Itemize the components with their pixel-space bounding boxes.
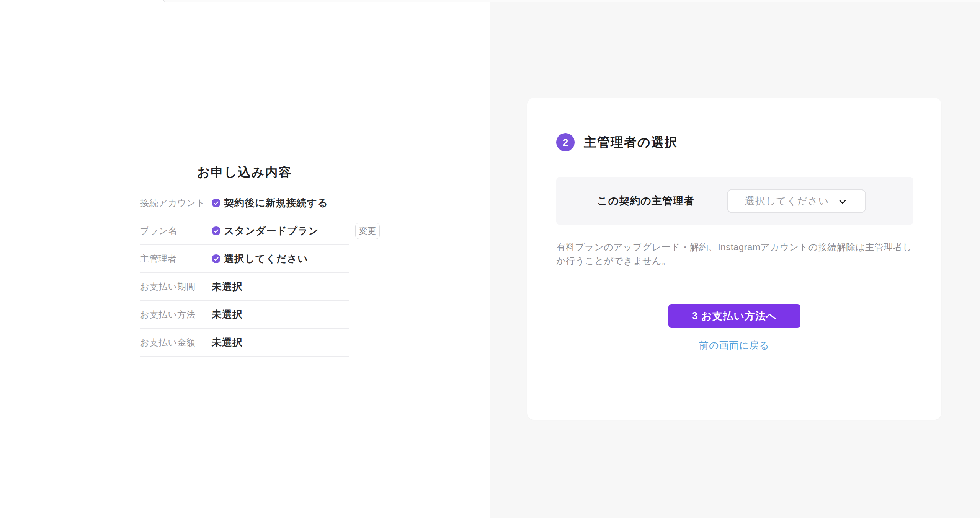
order-summary-list: 接続アカウント 契約後に新規接続する プラン名 スタンダードプラン 主管理者	[140, 189, 349, 357]
next-step-button[interactable]: 3 お支払い方法へ	[668, 304, 800, 328]
row-label: 主管理者	[140, 253, 212, 265]
row-value: 未選択	[212, 280, 243, 293]
row-label: お支払い金額	[140, 337, 212, 349]
table-row: プラン名 スタンダードプラン	[140, 217, 349, 245]
order-summary-panel: お申し込み内容 接続アカウント 契約後に新規接続する プラン名 スタンダードプラ…	[0, 0, 490, 518]
table-row: お支払い方法 未選択	[140, 301, 349, 329]
row-value: 未選択	[212, 336, 243, 349]
back-link-wrapper: 前の画面に戻る	[527, 339, 941, 352]
check-circle-icon	[212, 199, 220, 207]
row-label: お支払い方法	[140, 309, 212, 321]
table-row: 主管理者 選択してください	[140, 245, 349, 273]
change-plan-button[interactable]: 変更	[355, 223, 380, 239]
row-label: 接続アカウント	[140, 197, 212, 209]
order-summary: お申し込み内容 接続アカウント 契約後に新規接続する プラン名 スタンダードプラ…	[140, 165, 349, 357]
row-value-text: 選択してください	[224, 252, 308, 266]
step-title: 主管理者の選択	[584, 134, 678, 151]
step-number-badge: 2	[556, 133, 575, 151]
row-value: スタンダードプラン	[212, 224, 319, 238]
row-value-text: 未選択	[212, 336, 243, 349]
step-header: 2 主管理者の選択	[556, 133, 678, 151]
table-row: お支払い期間 未選択	[140, 273, 349, 301]
row-value-text: 未選択	[212, 308, 243, 321]
admin-select-dropdown[interactable]: 選択してください	[727, 189, 866, 213]
row-value-text: 未選択	[212, 280, 243, 293]
admin-note: 有料プランのアップグレード・解約、Instagramアカウントの接続解除は主管理…	[556, 240, 916, 268]
row-value-text: スタンダードプラン	[224, 224, 319, 238]
admin-selection-card: 2 主管理者の選択 この契約の主管理者 選択してください 有料プランのアップグレ…	[527, 98, 941, 420]
check-circle-icon	[212, 226, 220, 235]
chevron-down-icon	[837, 196, 848, 207]
row-value: 契約後に新規接続する	[212, 196, 328, 210]
step-panel-background: 2 主管理者の選択 この契約の主管理者 選択してください 有料プランのアップグレ…	[490, 0, 980, 518]
select-placeholder: 選択してください	[745, 194, 829, 208]
check-circle-icon	[212, 254, 220, 263]
table-row: お支払い金額 未選択	[140, 329, 349, 357]
row-label: プラン名	[140, 225, 212, 237]
back-link[interactable]: 前の画面に戻る	[699, 340, 769, 350]
admin-select-panel: この契約の主管理者 選択してください	[556, 177, 913, 225]
page-title: お申し込み内容	[140, 165, 349, 180]
row-value: 選択してください	[212, 252, 308, 266]
table-row: 接続アカウント 契約後に新規接続する	[140, 189, 349, 217]
row-value-text: 契約後に新規接続する	[224, 196, 328, 210]
row-label: お支払い期間	[140, 281, 212, 293]
admin-select-label: この契約の主管理者	[597, 177, 694, 225]
cutoff-element-bottom-edge	[163, 0, 980, 2]
row-value: 未選択	[212, 308, 243, 321]
